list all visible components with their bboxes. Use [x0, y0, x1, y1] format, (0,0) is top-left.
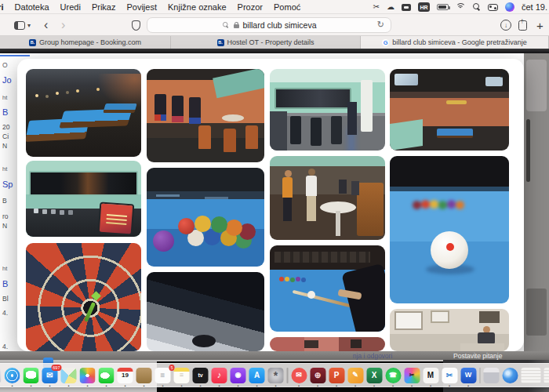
running-indicator: • — [336, 383, 337, 388]
photo-guests-tables[interactable] — [270, 156, 385, 240]
page-text-fragment: B — [2, 107, 8, 117]
photos-icon[interactable]: • — [80, 368, 96, 383]
photo-hallway-partial[interactable] — [270, 337, 385, 351]
running-indicator: • — [30, 383, 31, 388]
close-icon[interactable]: ✕ — [499, 68, 508, 81]
decor-lights — [35, 94, 38, 97]
brown-app-icon[interactable]: • — [136, 368, 152, 383]
dock-separator[interactable] — [287, 368, 289, 383]
page-text-fragment: 4. — [2, 309, 8, 317]
cloud-icon[interactable]: ☁ — [387, 3, 394, 11]
decor-window — [394, 311, 423, 330]
menu-bar-clock[interactable]: čet 19. — [522, 2, 547, 12]
share-button[interactable] — [518, 14, 527, 36]
cad-app-icon[interactable]: ⊕• — [310, 368, 325, 383]
sidebar-toggle[interactable]: ▾ — [14, 14, 31, 36]
music-icon[interactable]: ♪• — [212, 368, 227, 383]
photo-billiard-hall[interactable] — [26, 69, 141, 157]
appletv-icon[interactable]: tv• — [193, 368, 209, 383]
tab-label: Group homepage - Booking.com — [39, 38, 141, 46]
photo-ceiling[interactable] — [147, 272, 264, 351]
launchpad-icon[interactable] — [0, 368, 2, 383]
photo-bar-counter[interactable] — [26, 161, 141, 237]
control-center-icon[interactable] — [488, 4, 498, 11]
gmail-icon[interactable]: ✉• — [291, 368, 307, 383]
input-source-badge[interactable]: HR — [418, 2, 430, 12]
decor-balls — [279, 277, 284, 281]
scissors-app-icon[interactable]: ✂• — [442, 368, 457, 383]
photo-racked-balls[interactable] — [147, 168, 264, 267]
downloads-folder-icon[interactable] — [484, 368, 500, 383]
safari-icon[interactable]: • — [5, 368, 20, 383]
photo-dartboard[interactable] — [26, 243, 141, 351]
decor-counter — [270, 111, 287, 151]
powerpoint-icon[interactable]: P• — [329, 368, 344, 383]
decor-table — [222, 114, 244, 122]
running-indicator: • — [49, 383, 50, 388]
privacy-report-button[interactable] — [132, 14, 140, 36]
decor-window — [351, 339, 362, 348]
menu-item[interactable]: Datoteka — [15, 2, 49, 12]
dimmed-block — [526, 289, 547, 336]
ask-question-link[interactable]: Postavite pitanje — [453, 352, 502, 360]
minimized-window-icon[interactable] — [544, 368, 549, 383]
photo-cue-shot[interactable] — [270, 245, 385, 332]
dock-separator[interactable] — [479, 368, 481, 383]
menu-item[interactable]: Povijest — [126, 2, 157, 12]
menu-item[interactable]: Uredi — [60, 2, 81, 12]
settings-icon[interactable]: *• — [268, 368, 284, 383]
notes-icon[interactable]: ≡• — [174, 368, 190, 383]
back-button[interactable]: ‹ — [44, 14, 48, 36]
battery-icon[interactable] — [437, 4, 449, 10]
siri-icon[interactable] — [505, 2, 514, 12]
photo-cue-ball[interactable] — [390, 156, 509, 303]
menu-item[interactable]: Prikaz — [92, 2, 116, 12]
photo-club-panorama[interactable] — [390, 69, 509, 151]
messages-icon[interactable]: • — [24, 368, 39, 383]
wifi-icon[interactable] — [456, 3, 466, 11]
whatsapp-icon[interactable]: ☎• — [385, 368, 401, 383]
page-right-strip — [524, 53, 549, 351]
reload-icon[interactable]: ↻ — [377, 20, 384, 30]
forward-button[interactable]: › — [61, 14, 65, 36]
page-text-fragment: N — [2, 222, 7, 230]
address-bar[interactable]: billard club simiceva ↻ — [147, 17, 391, 33]
decor-white-ball — [307, 291, 315, 299]
photo-bar-lounge[interactable] — [270, 69, 385, 151]
menu-item[interactable]: Knjižne oznake — [168, 2, 227, 12]
downloads-button[interactable]: ↓ — [500, 14, 511, 36]
color-tool-icon[interactable]: ✂• — [404, 368, 420, 383]
page-text-fragment: Sp — [2, 180, 13, 189]
mail-icon[interactable]: ✉697• — [42, 368, 58, 383]
m-monogram-icon[interactable]: M• — [423, 368, 438, 383]
maps-icon[interactable]: • — [61, 368, 77, 383]
appstore-icon[interactable]: A• — [249, 368, 265, 383]
calendar-icon[interactable]: 19• — [118, 368, 133, 383]
dock-app-glyph: ✉ — [46, 372, 53, 379]
decor-mirror — [274, 88, 351, 109]
reminders-icon[interactable]: ≡5• — [155, 368, 171, 383]
running-indicator: • — [449, 383, 450, 388]
excel-icon[interactable]: X• — [366, 368, 382, 383]
photo-reception[interactable] — [390, 309, 509, 351]
menu-item[interactable]: Prozor — [238, 2, 263, 12]
display-icon[interactable] — [402, 4, 411, 11]
podcasts-icon[interactable]: ◉• — [231, 368, 246, 383]
snip-icon[interactable]: ✂ — [373, 3, 380, 11]
page-text-fragment: N — [2, 142, 7, 150]
spotlight-icon[interactable] — [473, 3, 481, 11]
decor-figures — [339, 180, 347, 194]
new-tab-button[interactable]: + — [536, 14, 544, 36]
menu-item[interactable]: Pomoć — [274, 2, 300, 12]
pages-icon[interactable]: ✎• — [347, 368, 363, 383]
minimized-window-icon[interactable] — [522, 368, 541, 383]
word-icon[interactable]: W• — [460, 368, 476, 383]
scrollbar-thumb[interactable] — [526, 119, 530, 182]
tab-booking-group[interactable]: B. Group homepage - Booking.com — [0, 36, 171, 49]
photo-darts-machines[interactable] — [147, 69, 264, 162]
tab-google-search[interactable]: G billard club simiceva - Google pretraž… — [361, 36, 549, 49]
dock-app-glyph: ◉ — [235, 372, 242, 379]
facetime-icon[interactable]: • — [99, 368, 115, 383]
network-globe-icon[interactable] — [503, 368, 518, 383]
tab-hostel-ot[interactable]: B. Hostel OT - Property details — [171, 36, 361, 49]
